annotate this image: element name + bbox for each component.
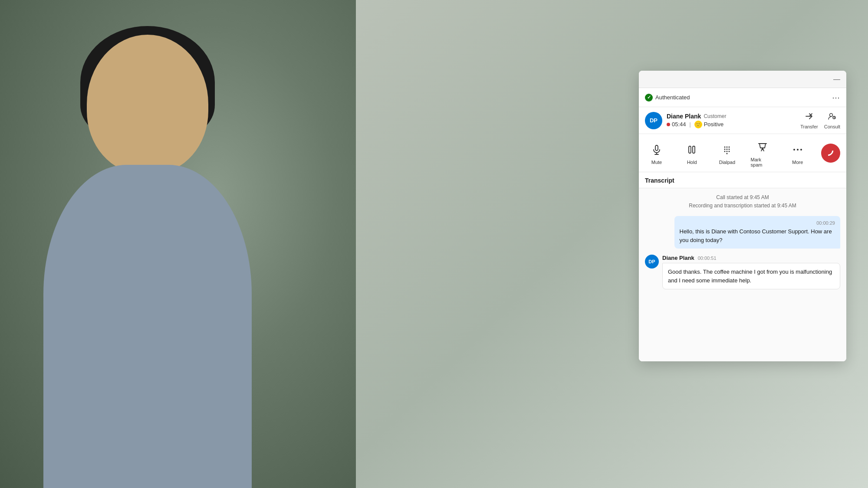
- svg-point-19: [797, 149, 799, 151]
- svg-rect-2: [655, 145, 658, 151]
- customer-name: Diane Plank: [662, 255, 694, 261]
- agent-bubble: 00:00:29 Hello, this is Diane with Conto…: [674, 216, 841, 249]
- dialpad-icon: [718, 141, 736, 158]
- svg-point-10: [724, 149, 726, 150]
- hold-icon: [683, 141, 700, 158]
- contact-status-row: 05:44 | 🙂 Positive: [667, 121, 800, 128]
- mark-spam-button[interactable]: Mark spam: [751, 138, 774, 167]
- title-bar: —: [639, 71, 846, 88]
- transfer-icon: [804, 111, 814, 123]
- transcript-header: Transcript: [639, 172, 846, 188]
- sentiment-label: Positive: [704, 121, 724, 128]
- svg-point-13: [724, 151, 726, 152]
- mark-spam-icon: [754, 138, 771, 156]
- dialpad-label: Dialpad: [719, 160, 735, 165]
- contact-actions: Transfer Consult: [800, 111, 840, 129]
- transfer-button[interactable]: Transfer: [800, 111, 818, 129]
- svg-point-18: [793, 149, 795, 151]
- person-background: [0, 0, 356, 488]
- agent-message: 00:00:29 Hello, this is Diane with Conto…: [645, 216, 840, 249]
- auth-menu-button[interactable]: ⋯: [832, 93, 840, 102]
- call-started-text: Call started at 9:45 AM: [645, 193, 840, 202]
- customer-avatar: DP: [645, 255, 659, 269]
- recording-started-text: Recording and transcription started at 9…: [645, 202, 840, 210]
- call-started-info: Call started at 9:45 AM Recording and tr…: [645, 193, 840, 210]
- more-button[interactable]: More: [786, 141, 809, 165]
- svg-rect-6: [693, 146, 695, 153]
- svg-rect-5: [689, 146, 691, 153]
- customer-bubble: Good thanks. The coffee machine I got fr…: [662, 263, 840, 289]
- dialpad-button[interactable]: Dialpad: [715, 141, 739, 165]
- mark-spam-label: Mark spam: [751, 157, 774, 167]
- agent-text: Hello, this is Diane with Contoso Custom…: [680, 227, 835, 244]
- customer-header: Diane Plank 00:00:51: [662, 255, 840, 261]
- svg-point-0: [830, 114, 833, 117]
- svg-point-20: [800, 149, 802, 151]
- minimize-button[interactable]: —: [832, 75, 841, 84]
- contact-name: Diane Plank: [667, 113, 701, 120]
- sentiment: 🙂 Positive: [694, 121, 724, 128]
- transfer-label: Transfer: [800, 124, 818, 129]
- call-timer: 05:44: [667, 121, 686, 128]
- svg-point-12: [729, 149, 730, 150]
- svg-point-14: [727, 151, 728, 152]
- contact-name-row: Diane Plank Customer: [667, 113, 800, 120]
- timer-value: 05:44: [672, 121, 686, 128]
- auth-bar: Authenticated ⋯: [639, 88, 846, 107]
- end-call-icon: [826, 148, 835, 158]
- consult-button[interactable]: Consult: [824, 111, 840, 129]
- transcript-content[interactable]: Call started at 9:45 AM Recording and tr…: [639, 188, 846, 361]
- consult-label: Consult: [824, 124, 840, 129]
- person-body: [43, 165, 252, 488]
- person-head: [87, 35, 208, 174]
- more-icon: [789, 141, 806, 158]
- consult-icon: [827, 111, 837, 123]
- contact-info: Diane Plank Customer 05:44 | 🙂 Positive: [667, 113, 800, 128]
- recording-dot: [667, 123, 670, 126]
- customer-message: DP Diane Plank 00:00:51 Good thanks. The…: [645, 255, 840, 289]
- call-panel: — Authenticated ⋯ DP Diane Plank Custome…: [639, 71, 846, 361]
- agent-timestamp: 00:00:29: [680, 220, 835, 226]
- auth-status: Authenticated: [645, 94, 690, 102]
- contact-role: Customer: [704, 113, 726, 119]
- mute-button[interactable]: Mute: [645, 141, 668, 165]
- auth-text: Authenticated: [655, 94, 690, 101]
- customer-body: Diane Plank 00:00:51 Good thanks. The co…: [662, 255, 840, 289]
- separator: |: [690, 121, 691, 128]
- mute-label: Mute: [651, 160, 662, 165]
- svg-point-16: [727, 153, 728, 154]
- contact-avatar: DP: [645, 112, 662, 129]
- call-controls: Mute Hold: [639, 134, 846, 172]
- hold-button[interactable]: Hold: [680, 141, 704, 165]
- transcript-title: Transcript: [645, 177, 674, 184]
- customer-timestamp: 00:00:51: [698, 255, 717, 261]
- svg-point-9: [729, 147, 730, 148]
- contact-row: DP Diane Plank Customer 05:44 | 🙂 Positi…: [639, 107, 846, 134]
- mute-icon: [648, 141, 665, 158]
- svg-point-8: [727, 147, 728, 148]
- svg-point-11: [727, 149, 728, 150]
- svg-point-15: [729, 151, 730, 152]
- svg-point-7: [724, 147, 726, 148]
- smiley-icon: 🙂: [694, 121, 702, 128]
- end-call-button[interactable]: [821, 144, 840, 163]
- customer-text: Good thanks. The coffee machine I got fr…: [668, 269, 832, 284]
- hold-label: Hold: [687, 160, 697, 165]
- auth-check-icon: [645, 94, 653, 102]
- more-label: More: [792, 160, 803, 165]
